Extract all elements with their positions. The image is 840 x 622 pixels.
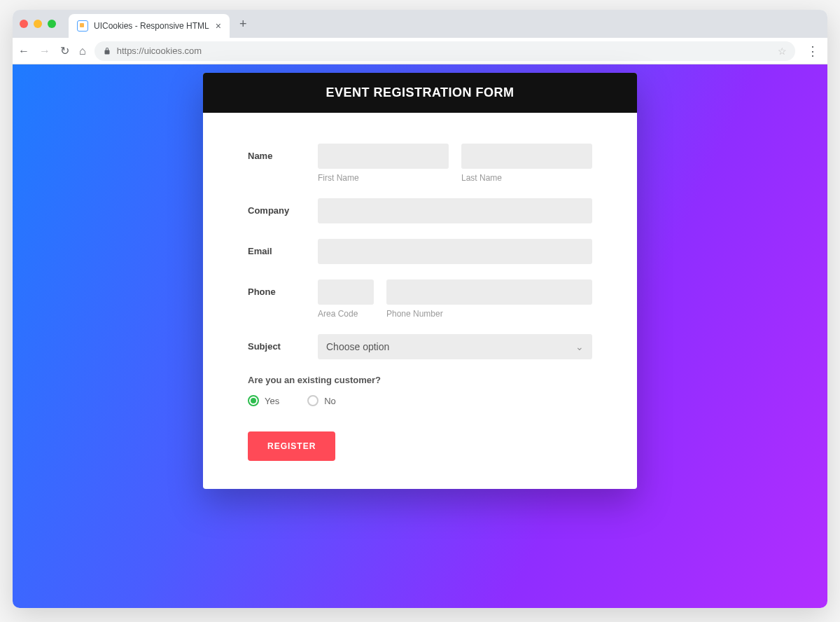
- registration-card: EVENT REGISTRATION FORM Name First Name …: [203, 73, 637, 489]
- area-code-input[interactable]: [318, 279, 374, 305]
- form-body: Name First Name Last Name Comp: [203, 113, 637, 489]
- minimize-window-button[interactable]: [34, 20, 42, 28]
- url-text: https://uicookies.com: [117, 46, 202, 56]
- sublabel-phone-number: Phone Number: [386, 309, 592, 319]
- tab-title: UICookies - Responsive HTML: [94, 21, 210, 31]
- sublabel-last-name: Last Name: [461, 173, 592, 183]
- browser-tab[interactable]: UICookies - Responsive HTML ×: [69, 14, 230, 38]
- sublabel-area-code: Area Code: [318, 309, 374, 319]
- address-bar: ← → ↻ ⌂ https://uicookies.com ☆ ⋮: [13, 38, 827, 64]
- window-controls: [20, 20, 56, 28]
- lock-icon: [103, 47, 111, 55]
- row-subject: Subject Choose option ⌄: [248, 334, 592, 359]
- radio-yes[interactable]: Yes: [248, 395, 279, 406]
- label-company: Company: [248, 198, 318, 223]
- sublabel-first-name: First Name: [318, 173, 449, 183]
- close-window-button[interactable]: [20, 20, 28, 28]
- row-company: Company: [248, 198, 592, 223]
- close-tab-icon[interactable]: ×: [216, 20, 221, 32]
- maximize-window-button[interactable]: [48, 20, 56, 28]
- form-title: EVENT REGISTRATION FORM: [203, 73, 637, 113]
- register-button[interactable]: REGISTER: [248, 431, 335, 461]
- existing-customer-question: Are you an existing customer?: [248, 375, 592, 385]
- label-name: Name: [248, 144, 318, 183]
- row-email: Email: [248, 239, 592, 264]
- new-tab-button[interactable]: +: [239, 17, 247, 32]
- last-name-input[interactable]: [461, 144, 592, 169]
- tab-strip: UICookies - Responsive HTML × +: [13, 10, 827, 38]
- bookmark-icon[interactable]: ☆: [778, 46, 787, 57]
- page-viewport: EVENT REGISTRATION FORM Name First Name …: [13, 64, 827, 608]
- existing-customer-radios: Yes No: [248, 395, 592, 406]
- label-email: Email: [248, 239, 318, 264]
- row-phone: Phone Area Code Phone Number: [248, 279, 592, 319]
- email-input[interactable]: [318, 239, 592, 264]
- radio-no-label: No: [324, 396, 336, 406]
- home-button[interactable]: ⌂: [79, 45, 86, 57]
- radio-yes-dot: [248, 395, 259, 406]
- forward-button[interactable]: →: [39, 45, 50, 57]
- browser-menu-button[interactable]: ⋮: [804, 43, 822, 59]
- radio-yes-label: Yes: [265, 396, 279, 406]
- back-button[interactable]: ←: [18, 45, 29, 57]
- chevron-down-icon: ⌄: [575, 341, 584, 352]
- browser-window: UICookies - Responsive HTML × + ← → ↻ ⌂ …: [13, 10, 827, 608]
- radio-no-dot: [307, 395, 318, 406]
- company-input[interactable]: [318, 198, 592, 223]
- subject-select[interactable]: Choose option ⌄: [318, 334, 592, 359]
- radio-no[interactable]: No: [307, 395, 336, 406]
- label-subject: Subject: [248, 334, 318, 359]
- phone-number-input[interactable]: [386, 279, 592, 305]
- first-name-input[interactable]: [318, 144, 449, 169]
- url-field[interactable]: https://uicookies.com ☆: [94, 41, 795, 61]
- subject-select-value: Choose option: [326, 341, 389, 352]
- tab-favicon: [77, 20, 88, 32]
- reload-button[interactable]: ↻: [60, 44, 69, 57]
- row-name: Name First Name Last Name: [248, 144, 592, 183]
- label-phone: Phone: [248, 279, 318, 319]
